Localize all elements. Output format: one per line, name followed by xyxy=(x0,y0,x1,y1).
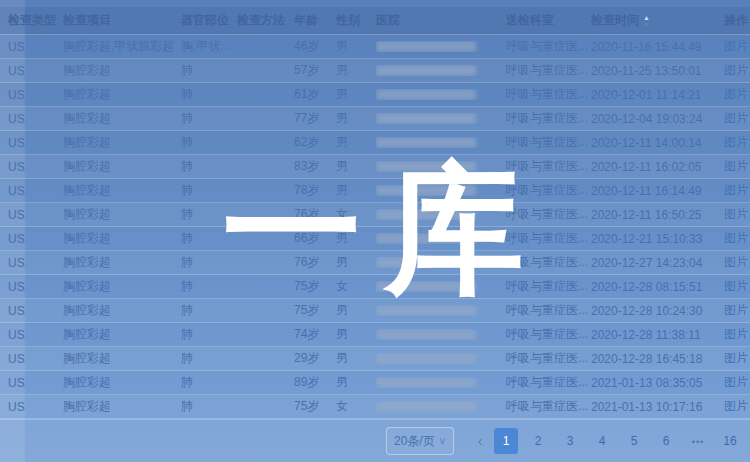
cell-age: 75岁 xyxy=(294,278,336,295)
cell-item: 胸腔彩超 xyxy=(63,326,181,343)
cell-hospital xyxy=(376,89,506,100)
cell-hospital xyxy=(376,401,506,412)
cell-organ: 肺 xyxy=(181,158,237,175)
cell-dept: 呼吸与重症医... xyxy=(506,326,591,343)
pagination: 20条/页 ∨ ‹ 123456•••16 xyxy=(386,427,746,455)
cell-organ: 肺 xyxy=(181,398,237,415)
cell-dept: 呼吸与重症医... xyxy=(506,230,591,247)
column-header-time-sortable[interactable]: 检查时间 ▲ ▼ xyxy=(591,12,724,29)
hospital-redacted-blur xyxy=(376,377,476,388)
cell-action: 图片 xyxy=(724,206,750,223)
view-images-link[interactable]: 图片 xyxy=(724,351,748,365)
column-header-time-label: 检查时间 xyxy=(591,12,639,29)
cell-gender: 男 xyxy=(336,374,376,391)
page-button-16[interactable]: 16 xyxy=(718,428,742,454)
page-button-3[interactable]: 3 xyxy=(558,428,582,454)
page-buttons: 123456•••16 xyxy=(490,428,746,455)
cell-type: US xyxy=(8,352,63,366)
table-row: US胸腔彩超肺89岁男呼吸与重症医...2021-01-13 08:35:05图… xyxy=(0,371,750,395)
cell-hospital xyxy=(376,185,506,196)
view-images-link[interactable]: 图片 xyxy=(724,327,748,341)
cell-age: 89岁 xyxy=(294,374,336,391)
hospital-redacted-blur xyxy=(376,113,476,124)
page-button-6[interactable]: 6 xyxy=(654,428,678,454)
chevron-down-icon: ∨ xyxy=(439,435,446,446)
cell-organ: 肺 xyxy=(181,374,237,391)
cell-gender: 男 xyxy=(336,350,376,367)
view-images-link[interactable]: 图片 xyxy=(724,39,748,53)
view-images-link[interactable]: 图片 xyxy=(724,135,748,149)
cell-age: 29岁 xyxy=(294,350,336,367)
cell-organ: 肺 xyxy=(181,302,237,319)
page-button-1[interactable]: 1 xyxy=(494,428,518,454)
page-ellipsis-button[interactable]: ••• xyxy=(686,429,710,455)
hospital-redacted-blur xyxy=(376,185,476,196)
cell-time: 2020-12-11 16:14:49 xyxy=(591,184,724,198)
hospital-redacted-blur xyxy=(376,41,476,52)
view-images-link[interactable]: 图片 xyxy=(724,255,748,269)
cell-time: 2020-11-16 15:44:49 xyxy=(591,40,724,54)
view-images-link[interactable]: 图片 xyxy=(724,183,748,197)
cell-time: 2020-12-11 16:02:05 xyxy=(591,160,724,174)
cell-time: 2020-12-01 11:14:21 xyxy=(591,88,724,102)
cell-item: 胸腔彩超 xyxy=(63,134,181,151)
previous-page-button[interactable]: ‹ xyxy=(470,428,490,454)
table-row: US胸腔彩超肺75岁男呼吸与重症医...2020-12-28 10:24:30图… xyxy=(0,299,750,323)
cell-age: 83岁 xyxy=(294,158,336,175)
hospital-redacted-blur xyxy=(376,209,476,220)
view-images-link[interactable]: 图片 xyxy=(724,279,748,293)
cell-item: 胸腔彩超 xyxy=(63,254,181,271)
cell-organ: 肺 xyxy=(181,278,237,295)
cell-organ: 肺 xyxy=(181,350,237,367)
view-images-link[interactable]: 图片 xyxy=(724,63,748,77)
column-header-dept: 送检科室 xyxy=(506,12,591,29)
hospital-redacted-blur xyxy=(376,305,476,316)
exam-list-screen: 检查类型 检查项目 器官部位 检查方法 年龄 性别 医院 送检科室 检查时间 ▲… xyxy=(0,0,750,462)
table-row: US胸腔彩超肺77岁男呼吸与重症医...2020-12-04 19:03:24图… xyxy=(0,107,750,131)
view-images-link[interactable]: 图片 xyxy=(724,159,748,173)
view-images-link[interactable]: 图片 xyxy=(724,231,748,245)
cell-dept: 呼吸与重症医... xyxy=(506,398,591,415)
cell-age: 78岁 xyxy=(294,182,336,199)
cell-gender: 男 xyxy=(336,326,376,343)
cell-action: 图片 xyxy=(724,158,750,175)
cell-dept: 呼吸与重症医... xyxy=(506,350,591,367)
cell-item: 胸腔彩超 xyxy=(63,302,181,319)
page-button-4[interactable]: 4 xyxy=(590,428,614,454)
cell-dept: 呼吸与重症医... xyxy=(506,374,591,391)
cell-hospital xyxy=(376,281,506,292)
view-images-link[interactable]: 图片 xyxy=(724,399,748,413)
cell-item: 胸腔彩超 xyxy=(63,86,181,103)
cell-item: 胸腔彩超 xyxy=(63,182,181,199)
view-images-link[interactable]: 图片 xyxy=(724,207,748,221)
cell-gender: 女 xyxy=(336,206,376,223)
cell-hospital xyxy=(376,257,506,268)
cell-time: 2020-12-28 16:45:18 xyxy=(591,352,724,366)
cell-item: 胸腔彩超 xyxy=(63,398,181,415)
cell-time: 2020-11-25 13:50:01 xyxy=(591,64,724,78)
cell-dept: 呼吸与重症医... xyxy=(506,134,591,151)
cell-item: 胸腔彩超 xyxy=(63,350,181,367)
column-header-type: 检查类型 xyxy=(8,12,63,29)
cell-type: US xyxy=(8,232,63,246)
view-images-link[interactable]: 图片 xyxy=(724,111,748,125)
view-images-link[interactable]: 图片 xyxy=(724,375,748,389)
cell-action: 图片 xyxy=(724,278,750,295)
cell-gender: 女 xyxy=(336,278,376,295)
page-size-select[interactable]: 20条/页 ∨ xyxy=(386,427,454,455)
cell-action: 图片 xyxy=(724,254,750,271)
table-footer: 20条/页 ∨ ‹ 123456•••16 xyxy=(0,419,750,462)
page-button-5[interactable]: 5 xyxy=(622,428,646,454)
cell-action: 图片 xyxy=(724,326,750,343)
cell-organ: 肺 xyxy=(181,86,237,103)
cell-hospital xyxy=(376,65,506,76)
cell-dept: 呼吸与重症医... xyxy=(506,86,591,103)
hospital-redacted-blur xyxy=(376,329,476,340)
cell-action: 图片 xyxy=(724,38,750,55)
cell-time: 2020-12-28 11:38:11 xyxy=(591,328,724,342)
view-images-link[interactable]: 图片 xyxy=(724,303,748,317)
view-images-link[interactable]: 图片 xyxy=(724,87,748,101)
cell-type: US xyxy=(8,304,63,318)
cell-action: 图片 xyxy=(724,134,750,151)
page-button-2[interactable]: 2 xyxy=(526,428,550,454)
